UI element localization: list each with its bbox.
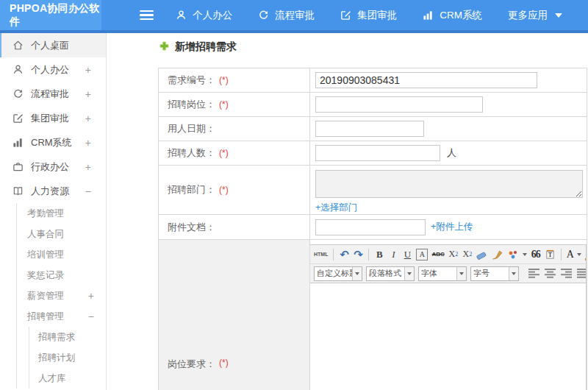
redo-icon[interactable]: ↷ <box>353 247 363 262</box>
department-textarea[interactable] <box>315 170 583 198</box>
align-left-icon[interactable] <box>528 269 539 278</box>
field-label: 需求编号： <box>168 74 215 87</box>
color-palette-icon[interactable] <box>507 247 527 262</box>
nav-label: CRM系统 <box>440 9 482 22</box>
paste-icon[interactable]: T <box>545 247 556 262</box>
headcount-input[interactable] <box>315 145 440 161</box>
editor-toolbar-row1: HTML ↶ ↷ B I U A ABC X2 X2 <box>310 245 586 264</box>
hire-date-input[interactable] <box>315 121 424 137</box>
sidebar-item-label: 考勤管理 <box>27 208 64 220</box>
undo-icon[interactable]: ↶ <box>339 247 349 262</box>
req-no-input[interactable] <box>315 72 537 88</box>
sidebar-item-hr[interactable]: 人力资源 − <box>0 179 106 203</box>
expand-toggle[interactable]: + <box>85 162 91 172</box>
attachment-upload-link[interactable]: +附件上传 <box>431 221 473 233</box>
sidebar-item-training[interactable]: 培训管理 <box>17 244 106 265</box>
collapse-toggle[interactable]: − <box>88 311 94 322</box>
position-input[interactable] <box>315 96 483 113</box>
edit-icon <box>340 10 351 21</box>
caret-down-icon <box>523 253 527 256</box>
sidebar: 个人桌面 个人办公 + 流程审批 + 集团审批 + CRM系统 + 行政办公 + <box>0 33 107 390</box>
form-row-requirement: 岗位要求： (*) HTML ↶ ↷ B I U A ABC X2 X2 <box>159 240 587 390</box>
form-row-attachment: 附件文档： +附件上传 <box>159 215 587 240</box>
hamburger-menu-icon[interactable] <box>140 10 154 21</box>
sidebar-item-personal-desktop[interactable]: 个人桌面 <box>0 33 106 57</box>
collapse-toggle[interactable]: − <box>85 186 91 196</box>
background-color-button[interactable]: a <box>585 249 586 260</box>
nav-item-workflow-approval[interactable]: 流程审批 <box>258 9 315 22</box>
svg-text:T: T <box>548 252 552 258</box>
field-label: 招聘人数： <box>168 146 215 160</box>
person-icon <box>12 64 24 75</box>
sidebar-item-label: 集团审批 <box>31 112 69 125</box>
underline-button[interactable]: U <box>402 247 412 262</box>
form-row-department: 招聘部门： (*) +选择部门 <box>159 166 587 215</box>
sidebar-item-label: 招聘需求 <box>38 331 75 344</box>
toolbar-separator <box>333 249 334 260</box>
app-logo: PHPOA协同办公软件 <box>0 0 101 30</box>
sidebar-item-talent-pool[interactable]: 人才库 <box>29 368 106 389</box>
font-style-button[interactable]: A <box>416 249 428 260</box>
rich-text-editor: HTML ↶ ↷ B I U A ABC X2 X2 <box>310 244 587 390</box>
strikethrough-button[interactable]: ABC <box>431 247 444 262</box>
nav-item-more-apps[interactable]: 更多应用 <box>508 9 562 22</box>
sidebar-item-label: 培训管理 <box>27 249 64 261</box>
sidebar-item-workflow-approval[interactable]: 流程审批 + <box>0 82 106 106</box>
sidebar-item-group-approval[interactable]: 集团审批 + <box>0 106 106 130</box>
add-plus-icon <box>159 40 169 54</box>
sidebar-item-label: 人事合同 <box>27 228 64 241</box>
expand-toggle[interactable]: + <box>88 291 94 301</box>
expand-toggle[interactable]: + <box>85 138 91 148</box>
font-size-dropdown[interactable]: 字号 <box>470 266 519 281</box>
nav-label: 流程审批 <box>275 9 315 22</box>
bold-button[interactable]: B <box>374 247 384 262</box>
brush-icon[interactable] <box>492 247 503 262</box>
sidebar-item-recruit-mgmt[interactable]: 招聘管理 − <box>17 306 106 327</box>
italic-button[interactable]: I <box>388 247 398 262</box>
expand-toggle[interactable]: + <box>85 89 91 99</box>
field-label: 附件文档： <box>168 221 215 234</box>
superscript-button[interactable]: X2 <box>448 247 459 262</box>
align-justify-icon[interactable] <box>577 269 586 278</box>
caret-down-icon <box>577 253 581 256</box>
nav-label: 集团审批 <box>357 9 397 22</box>
expand-toggle[interactable]: + <box>85 113 91 124</box>
sidebar-item-label: 流程审批 <box>31 88 69 101</box>
top-header: PHPOA协同办公软件 个人办公 流程审批 集团审批 CRM系统 <box>0 0 588 33</box>
attachment-input[interactable] <box>315 219 426 235</box>
editor-content-area[interactable] <box>310 283 586 390</box>
blockquote-button[interactable]: 66 <box>531 247 541 262</box>
expand-toggle[interactable]: + <box>85 65 91 75</box>
select-department-link[interactable]: +选择部门 <box>315 202 357 214</box>
custom-heading-dropdown[interactable]: 自定义标题 <box>314 266 362 281</box>
sidebar-item-label: 行政办公 <box>31 160 69 174</box>
sidebar-item-personal-office[interactable]: 个人办公 + <box>0 57 106 82</box>
align-right-icon[interactable] <box>561 269 572 278</box>
nav-item-personal-office[interactable]: 个人办公 <box>176 9 232 22</box>
eraser-icon[interactable] <box>476 247 488 262</box>
sidebar-item-crm[interactable]: CRM系统 + <box>0 130 106 155</box>
sidebar-item-label: 奖惩记录 <box>27 269 64 282</box>
sidebar-item-salary[interactable]: 薪资管理 + <box>17 286 106 306</box>
form-row-req-no: 需求编号： (*) <box>159 68 587 93</box>
caret-down-icon <box>355 272 359 275</box>
sidebar-item-attendance[interactable]: 考勤管理 <box>17 203 106 224</box>
sidebar-item-admin-office[interactable]: 行政办公 + <box>0 155 106 179</box>
paragraph-format-dropdown[interactable]: 段落格式 <box>366 266 415 281</box>
briefcase-icon <box>12 161 24 172</box>
nav-item-group-approval[interactable]: 集团审批 <box>340 9 397 22</box>
align-center-icon[interactable] <box>545 269 556 278</box>
sidebar-item-hr-contract[interactable]: 人事合同 <box>17 224 106 244</box>
font-family-dropdown[interactable]: 字体 <box>418 266 467 281</box>
required-mark: (*) <box>219 99 229 110</box>
sidebar-item-rewards[interactable]: 奖惩记录 <box>17 265 106 286</box>
subscript-button[interactable]: X2 <box>462 247 473 262</box>
recruit-demand-form: 需求编号： (*) 招聘岗位： (*) 用人日期： 招聘人数： (*) 人 <box>158 68 587 390</box>
nav-label: 更多应用 <box>508 9 548 22</box>
font-color-button[interactable]: A <box>567 247 581 262</box>
sidebar-item-recruit-demand[interactable]: 招聘需求 <box>29 327 106 347</box>
nav-item-crm[interactable]: CRM系统 <box>423 9 482 22</box>
sidebar-item-recruit-plan[interactable]: 招聘计划 <box>29 347 106 368</box>
form-row-headcount: 招聘人数： (*) 人 <box>159 141 587 166</box>
html-source-button[interactable]: HTML <box>314 247 328 262</box>
